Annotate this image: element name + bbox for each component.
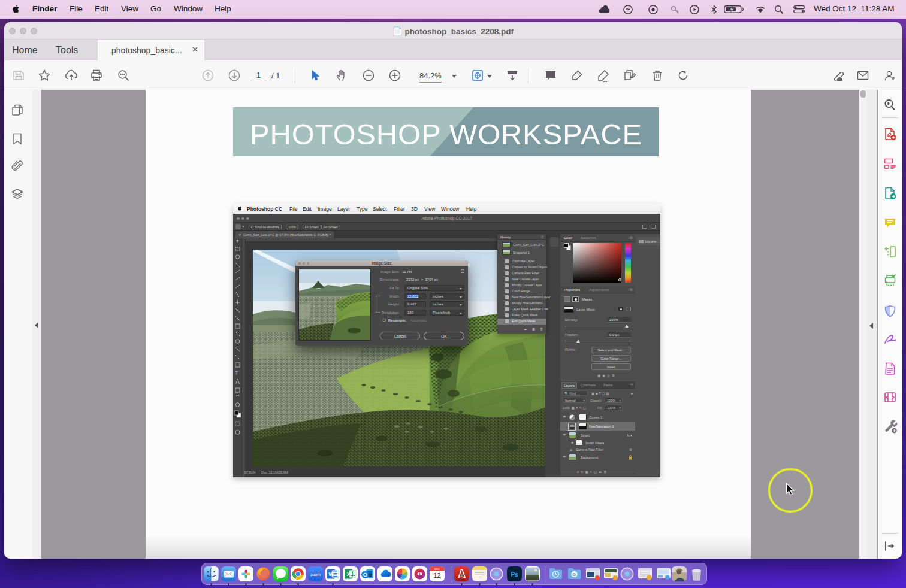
svg-text:Ps: Ps: [511, 571, 518, 578]
svg-text:WED: WED: [434, 568, 440, 571]
svg-text:O: O: [363, 571, 367, 578]
svg-text:zoom: zoom: [310, 572, 321, 577]
svg-text:12: 12: [433, 572, 440, 579]
svg-text:X: X: [346, 571, 350, 577]
svg-text:G: G: [573, 572, 576, 577]
svg-text:T: T: [235, 370, 238, 376]
svg-text:W: W: [328, 571, 334, 577]
